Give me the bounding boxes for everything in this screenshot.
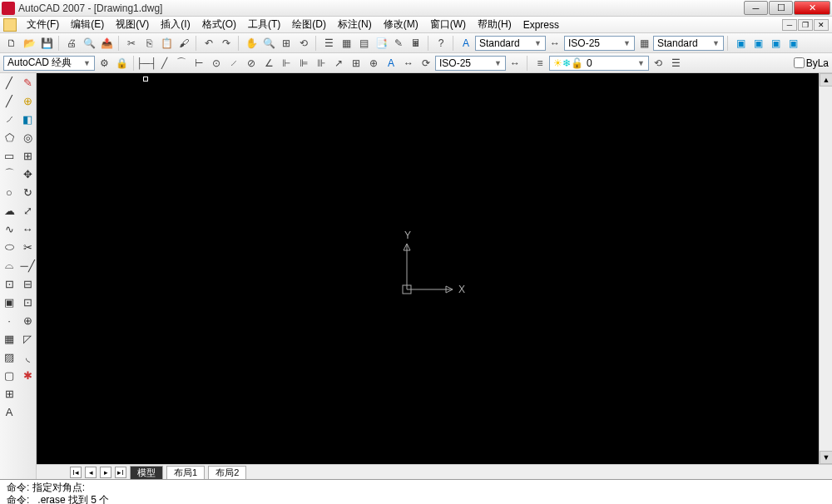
revcloud-icon[interactable]: ☁ [1, 202, 17, 219]
scroll-up-icon[interactable]: ▲ [820, 73, 832, 86]
dim-center-icon[interactable]: ⊕ [365, 55, 382, 72]
chamfer-icon[interactable]: ◸ [19, 330, 36, 347]
dim-tolerance-icon[interactable]: ⊞ [348, 55, 364, 72]
dim-jogged-icon[interactable]: ⟋ [225, 55, 242, 72]
table-style-icon[interactable]: ▦ [636, 35, 652, 52]
workspace-combo[interactable]: AutoCAD 经典▼ [3, 56, 95, 71]
calc-icon[interactable]: 🖩 [408, 35, 424, 52]
rectangle-icon[interactable]: ▭ [1, 147, 17, 164]
trim-icon[interactable]: ✂ [19, 239, 36, 255]
layer-props-icon[interactable]: ≡ [532, 55, 548, 72]
menu-dimension[interactable]: 标注(N) [333, 16, 377, 33]
minimize-button[interactable]: ─ [744, 1, 768, 15]
layer-state-icon[interactable]: ☰ [667, 55, 684, 72]
help-icon[interactable]: ? [433, 35, 449, 52]
dim-quick-icon[interactable]: ⊩ [278, 55, 295, 72]
text-style-icon[interactable]: A [458, 35, 474, 52]
dim-continue-icon[interactable]: ⊪ [313, 55, 329, 72]
dim-override-icon[interactable]: ↔ [507, 55, 523, 72]
mdi-close-button[interactable]: ✕ [814, 19, 829, 31]
point-icon[interactable]: · [1, 312, 17, 329]
scale-icon[interactable]: ⤢ [19, 202, 36, 219]
dim-edit-icon[interactable]: A [383, 55, 399, 72]
bylayer-checkbox[interactable] [794, 57, 805, 68]
drawing-canvas[interactable]: X Y [37, 73, 819, 464]
mirror-icon[interactable]: ◧ [19, 111, 36, 127]
dim-style-combo[interactable]: ISO-25▼ [564, 36, 635, 51]
properties-icon[interactable]: ☰ [320, 35, 337, 52]
close-button[interactable]: ✕ [794, 1, 830, 15]
stretch-icon[interactable]: ↔ [19, 220, 36, 237]
block-icon-3[interactable]: ▣ [767, 35, 784, 52]
ellipse-icon[interactable]: ⬭ [1, 239, 17, 255]
tab-model[interactable]: 模型 [130, 466, 163, 479]
menu-format[interactable]: 格式(O) [197, 16, 241, 33]
rotate-icon[interactable]: ↻ [19, 184, 36, 200]
mdi-minimize-button[interactable]: ─ [782, 19, 797, 31]
dim-angular-icon[interactable]: ∠ [260, 55, 277, 72]
publish-icon[interactable]: 📤 [98, 35, 115, 52]
menu-insert[interactable]: 插入(I) [156, 16, 195, 33]
insert-block-icon[interactable]: ⊡ [1, 275, 17, 292]
arc-icon[interactable]: ⌒ [1, 166, 17, 182]
zoom-previous-icon[interactable]: ⟲ [295, 35, 312, 52]
zoom-realtime-icon[interactable]: 🔍 [260, 35, 277, 52]
text-style-combo[interactable]: Standard▼ [475, 36, 546, 51]
gradient-icon[interactable]: ▨ [1, 348, 17, 365]
dim-baseline-icon[interactable]: ⊫ [295, 55, 312, 72]
explode-icon[interactable]: ✱ [19, 367, 36, 383]
print-icon[interactable]: 🖨 [63, 35, 80, 52]
dim-radius-icon[interactable]: ⊙ [208, 55, 225, 72]
region-icon[interactable]: ▢ [1, 367, 17, 383]
menu-tools[interactable]: 工具(T) [243, 16, 285, 33]
menu-help[interactable]: 帮助(H) [473, 16, 517, 33]
hatch-icon[interactable]: ▦ [1, 330, 17, 347]
tab-last-icon[interactable]: ▸I [115, 467, 126, 478]
offset-icon[interactable]: ◎ [19, 129, 36, 146]
maximize-button[interactable]: ☐ [769, 1, 793, 15]
tab-prev-icon[interactable]: ◂ [85, 467, 97, 478]
redo-icon[interactable]: ↷ [218, 35, 235, 52]
tab-first-icon[interactable]: I◂ [70, 467, 82, 478]
paste-icon[interactable]: 📋 [158, 35, 175, 52]
spline-icon[interactable]: ∿ [1, 220, 17, 237]
dim-tedit-icon[interactable]: ↔ [400, 55, 417, 72]
polygon-icon[interactable]: ⬠ [1, 129, 17, 146]
scroll-down-icon[interactable]: ▼ [820, 451, 832, 464]
menu-file[interactable]: 文件(F) [22, 16, 64, 33]
dim-leader-icon[interactable]: ↗ [330, 55, 347, 72]
design-center-icon[interactable]: ▦ [338, 35, 354, 52]
workspace-lock-icon[interactable]: 🔒 [113, 55, 130, 72]
undo-icon[interactable]: ↶ [201, 35, 217, 52]
cut-icon[interactable]: ✂ [123, 35, 140, 52]
block-icon-1[interactable]: ▣ [732, 35, 749, 52]
array-icon[interactable]: ⊞ [19, 147, 36, 164]
fillet-icon[interactable]: ◟ [19, 348, 36, 365]
menu-modify[interactable]: 修改(M) [379, 16, 423, 33]
dim-linear-icon[interactable]: ├─┤ [138, 55, 155, 72]
pan-icon[interactable]: ✋ [243, 35, 260, 52]
table-style-combo[interactable]: Standard▼ [653, 36, 724, 51]
open-icon[interactable]: 📂 [21, 35, 37, 52]
preview-icon[interactable]: 🔍 [81, 35, 97, 52]
dim-update-icon[interactable]: ⟳ [418, 55, 434, 72]
break-icon[interactable]: ⊡ [19, 294, 36, 310]
pline-icon[interactable]: ⟋ [1, 111, 17, 127]
tool-palettes-icon[interactable]: ▤ [355, 35, 372, 52]
block-icon-4[interactable]: ▣ [785, 35, 801, 52]
dim-arc-icon[interactable]: ⌒ [173, 55, 190, 72]
dim-aligned-icon[interactable]: ╱ [156, 55, 172, 72]
table-icon[interactable]: ⊞ [1, 385, 17, 402]
make-block-icon[interactable]: ▣ [1, 294, 17, 310]
tab-layout2[interactable]: 布局2 [208, 466, 246, 479]
sheet-set-icon[interactable]: 📑 [373, 35, 389, 52]
tab-layout1[interactable]: 布局1 [166, 466, 205, 479]
menu-view[interactable]: 视图(V) [111, 16, 154, 33]
new-file-icon[interactable] [3, 18, 17, 32]
break-point-icon[interactable]: ⊟ [19, 275, 36, 292]
save-icon[interactable]: 💾 [38, 35, 55, 52]
markup-icon[interactable]: ✎ [390, 35, 407, 52]
menu-edit[interactable]: 编辑(E) [66, 16, 109, 33]
move-icon[interactable]: ✥ [19, 166, 36, 182]
layer-previous-icon[interactable]: ⟲ [650, 55, 666, 72]
